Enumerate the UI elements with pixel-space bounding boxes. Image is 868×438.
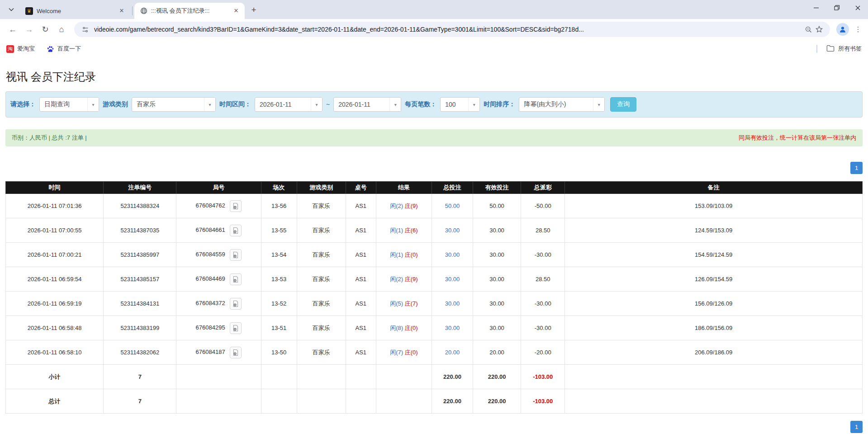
summary-count: 7	[104, 389, 176, 414]
zoom-icon[interactable]	[803, 24, 814, 35]
url-text[interactable]: videoie.com/game/betrecord_search/kind3?…	[94, 26, 798, 33]
table-row: 2026-01-11 07:00:55523114387035676084661…	[6, 218, 863, 243]
cell-total-bet[interactable]: 30.00	[432, 316, 473, 340]
all-bookmarks[interactable]: 所有书签	[816, 45, 862, 53]
summary-empty	[565, 389, 863, 414]
forward-button[interactable]: →	[22, 23, 36, 36]
address-bar[interactable]: videoie.com/game/betrecord_search/kind3?…	[74, 22, 830, 37]
cell-time: 2026-01-11 06:58:48	[6, 316, 104, 340]
cell-session: 13-53	[261, 267, 297, 292]
total-bet-link[interactable]: 50.00	[445, 203, 460, 209]
video-replay-button[interactable]	[230, 249, 242, 261]
video-replay-button[interactable]	[230, 298, 242, 310]
cell-game: 百家乐	[297, 218, 346, 243]
cell-total-bet[interactable]: 30.00	[432, 292, 473, 316]
col-header-valid_bet: 有效投注	[473, 182, 521, 194]
bookmark-taobao[interactable]: 淘 爱淘宝	[6, 45, 35, 53]
tab-search-button[interactable]	[4, 2, 19, 17]
result-banker: 庄(6)	[405, 227, 418, 234]
summary-empty	[261, 389, 297, 414]
video-replay-icon	[232, 227, 239, 234]
cell-session: 13-54	[261, 243, 297, 267]
tab-welcome[interactable]: ♛ Welcome ✕	[20, 3, 130, 19]
table-row: 2026-01-11 06:58:48523114383199676084295…	[6, 316, 863, 340]
summary-empty	[176, 389, 261, 414]
bookmark-baidu[interactable]: 百度一下	[47, 45, 81, 53]
cell-game: 百家乐	[297, 340, 346, 365]
new-tab-button[interactable]: +	[247, 4, 260, 16]
menu-kebab-icon[interactable]: ⋮	[853, 23, 863, 36]
summary-payout: -103.00	[521, 365, 565, 389]
total-bet-link[interactable]: 30.00	[445, 300, 460, 307]
col-header-game: 游戏类别	[297, 182, 346, 194]
tab-divider	[132, 6, 133, 15]
chevron-down-icon: ▾	[593, 98, 604, 111]
video-replay-button[interactable]	[230, 225, 242, 236]
table-row: 2026-01-11 06:59:19523114384131676084372…	[6, 292, 863, 316]
home-button[interactable]: ⌂	[55, 23, 68, 36]
video-replay-button[interactable]	[230, 200, 242, 212]
tab-betrecord[interactable]: :::视讯 会员下注纪录::: ✕	[134, 3, 245, 19]
restore-button[interactable]	[826, 0, 847, 15]
cell-bet-id: 523114388324	[104, 194, 176, 218]
bookmark-label: 百度一下	[57, 45, 81, 53]
col-header-bet_id: 注单编号	[104, 182, 176, 194]
site-settings-icon[interactable]	[80, 24, 90, 35]
window-controls	[806, 0, 868, 15]
summary-label: 总计	[6, 389, 104, 414]
bookmark-star-icon[interactable]	[814, 24, 825, 35]
video-replay-button[interactable]	[230, 322, 242, 334]
folder-icon	[826, 45, 835, 53]
summary-empty	[297, 389, 346, 414]
date-end-input[interactable]: 2026-01-11 ▾	[333, 97, 401, 112]
summary-row-total: 总计7220.00220.00-103.00	[6, 389, 863, 414]
tab-close-icon[interactable]: ✕	[232, 7, 240, 15]
total-bet-link[interactable]: 30.00	[445, 325, 460, 331]
video-replay-icon	[232, 276, 239, 283]
back-button[interactable]: ←	[6, 23, 19, 36]
cell-remark: 206.09/186.09	[565, 340, 863, 365]
game-kind-select[interactable]: 百家乐 ▾	[132, 97, 216, 112]
cell-payout: 28.50	[521, 218, 565, 243]
cell-total-bet[interactable]: 20.00	[432, 340, 473, 365]
cell-total-bet[interactable]: 30.00	[432, 218, 473, 243]
query-type-select[interactable]: 日期查询 ▾	[39, 97, 99, 112]
reload-button[interactable]: ↻	[38, 23, 52, 36]
video-replay-button[interactable]	[230, 347, 242, 358]
page-1-button[interactable]: 1	[850, 162, 863, 174]
bookmark-label: 爱淘宝	[17, 45, 35, 53]
close-window-button[interactable]	[847, 0, 868, 15]
cell-round: 676084762	[176, 194, 261, 218]
total-bet-link[interactable]: 30.00	[445, 276, 460, 283]
total-bet-link[interactable]: 30.00	[445, 227, 460, 234]
table-row: 2026-01-11 06:58:10523114382062676084187…	[6, 340, 863, 365]
cell-bet-id: 523114385997	[104, 243, 176, 267]
page-1-button[interactable]: 1	[850, 421, 863, 433]
total-bet-link[interactable]: 20.00	[445, 349, 460, 356]
summary-total-bet: 220.00	[432, 365, 473, 389]
bookmarks-divider	[816, 45, 817, 53]
range-tilde: ~	[326, 101, 330, 108]
bet-records-table: 时间注单编号局号场次游戏类别桌号结果总投注有效投注总派彩备注 2026-01-1…	[5, 181, 863, 414]
cell-time: 2026-01-11 06:59:54	[6, 267, 104, 292]
cell-remark: 124.59/153.09	[565, 218, 863, 243]
minimize-button[interactable]	[806, 0, 826, 15]
cell-result: 闲(2) 庄(9)	[376, 267, 432, 292]
welcome-favicon: ♛	[25, 7, 33, 15]
date-start-input[interactable]: 2026-01-11 ▾	[255, 97, 323, 112]
summary-valid-bet: 220.00	[473, 365, 521, 389]
result-player: 闲(7)	[390, 349, 403, 356]
tab-close-icon[interactable]: ✕	[118, 7, 126, 15]
total-bet-link[interactable]: 30.00	[445, 251, 460, 258]
cell-total-bet[interactable]: 30.00	[432, 243, 473, 267]
cell-total-bet[interactable]: 30.00	[432, 267, 473, 292]
summary-count: 7	[104, 365, 176, 389]
bookmarks-bar: 淘 爱淘宝 百度一下 所有书签	[0, 40, 868, 58]
query-button[interactable]: 查询	[610, 97, 636, 112]
profile-avatar[interactable]	[836, 23, 849, 36]
per-page-input[interactable]: 100 ▾	[440, 97, 480, 112]
cell-total-bet[interactable]: 50.00	[432, 194, 473, 218]
video-replay-icon	[232, 251, 239, 259]
sort-select[interactable]: 降幂(由大到小) ▾	[519, 97, 605, 112]
video-replay-button[interactable]	[230, 273, 242, 285]
